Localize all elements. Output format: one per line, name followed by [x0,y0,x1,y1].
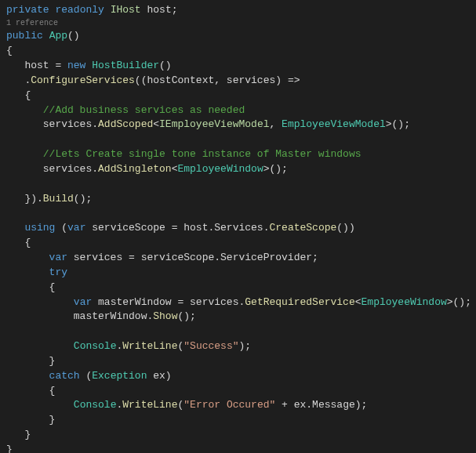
text: host; [141,4,178,16]
code-line: Console.WriteLine("Error Occured" + ex.M… [6,398,476,413]
indent [6,252,49,263]
type: EmployeeWindow [177,163,263,175]
type: Exception [92,370,147,382]
keyword: try [49,266,67,278]
keyword: var [49,252,67,263]
code-line: services.AddScoped<IEmployeeViewModel, E… [6,118,476,132]
type: Console [74,399,117,411]
type: IHost [111,4,141,16]
code-line: } [6,428,476,443]
interface: IEmployeeViewModel [159,118,269,130]
brace: { [6,237,31,248]
indent [6,296,74,308]
type: Console [74,340,117,352]
text: }). [6,193,43,205]
method: Show [153,310,177,322]
brace: } [6,414,55,426]
text: >(); [263,163,288,175]
blank-line [6,132,476,147]
text: () [67,30,80,42]
text: masterWindow = services. [92,296,245,308]
method: AddScoped [98,118,153,130]
blank-line [6,206,476,221]
keyword: new [67,60,85,71]
blank-line [6,177,476,192]
text: ((hostContext, services) => [135,74,300,86]
keyword: var [74,296,92,308]
indent [6,340,74,352]
text: , [270,118,282,130]
text: ); [239,340,252,352]
text: . [6,74,31,86]
text: + ex.Message); [275,399,367,411]
text: >(); [447,296,471,308]
text: < [355,296,362,308]
text: services = serviceScope.ServiceProvider; [67,252,318,263]
text: ( [80,370,93,382]
brace: } [6,355,55,367]
code-line: var services = serviceScope.ServiceProvi… [6,251,476,266]
comment: //Lets Create single tone instance of Ma… [43,148,362,160]
indent [6,399,74,411]
text: >(); [386,118,410,130]
type: EmployeeViewModel [282,118,386,130]
type: EmployeeWindow [362,296,447,308]
code-line: public App() [6,29,476,44]
method: CreateScope [269,222,336,234]
brace: } [6,444,13,453]
brace: } [6,429,31,440]
type: HostBuilder [92,60,159,71]
text: (); [177,310,195,322]
keyword: using [24,222,55,234]
indent [6,370,49,382]
brace: { [6,385,55,397]
string: "Error Occured" [183,399,275,411]
comment: //Add business services as needed [43,104,245,116]
code-line: { [6,384,476,399]
code-line: private readonly IHost host; [6,3,476,18]
type: App [49,30,67,42]
code-line: var masterWindow = services.GetRequiredS… [6,295,476,310]
keyword: private [6,4,49,16]
method: AddSingleton [98,163,172,175]
code-line: { [6,89,476,103]
code-line: } [6,413,476,428]
method: Build [43,193,74,205]
code-line: } [6,443,476,453]
code-line: Console.WriteLine("Success"); [6,339,476,354]
code-line: .ConfigureServices((hostContext, service… [6,74,476,89]
text: services. [6,118,98,130]
codelens-reference[interactable]: 1 reference [6,18,476,30]
code-line: { [6,44,476,59]
code-line: { [6,281,476,295]
code-line: services.AddSingleton<EmployeeWindow>(); [6,162,476,177]
method: WriteLine [122,340,177,352]
code-line: { [6,236,476,251]
code-line: //Lets Create single tone instance of Ma… [6,147,476,162]
code-line: using (var serviceScope = host.Services.… [6,221,476,236]
keyword: catch [49,370,80,382]
code-line: host = new HostBuilder() [6,59,476,74]
code-line: masterWindow.Show(); [6,310,476,324]
indent [6,148,43,160]
code-line: //Add business services as needed [6,103,476,118]
code-editor[interactable]: private readonly IHost host; 1 reference… [6,3,476,453]
text: host = [6,60,67,71]
method: GetRequiredService [245,296,354,308]
text: ex) [147,370,171,382]
code-line: catch (Exception ex) [6,369,476,384]
keyword: readonly [55,4,104,16]
indent [6,222,24,234]
blank-line [6,324,476,339]
text: < [153,118,159,130]
code-line: }).Build(); [6,192,476,207]
text: services. [6,163,98,175]
keyword: public [6,30,43,42]
text: masterWindow. [6,310,153,322]
brace: { [6,89,31,101]
brace: { [6,45,13,56]
code-line: try [6,266,476,281]
method: ConfigureServices [31,74,135,86]
text: ( [55,222,67,234]
text: () [159,60,172,71]
